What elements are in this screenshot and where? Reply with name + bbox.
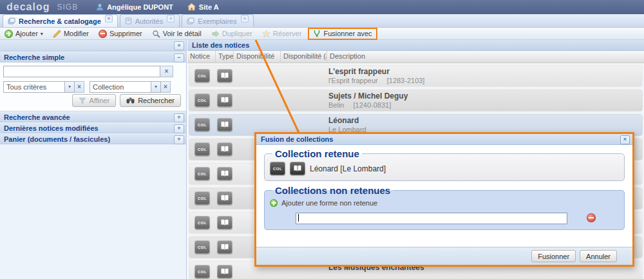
book-icon [217, 240, 232, 254]
refine-label: Affiner [90, 97, 110, 104]
search-label: Rechercher [138, 97, 175, 104]
non-retained-form-input[interactable] [296, 213, 567, 224]
cancel-button[interactable]: Annuler [580, 250, 617, 262]
collection-badge-icon: COL [194, 216, 210, 229]
dialog-body: Collection retenue COL Léonard [Le Lomba… [256, 145, 632, 247]
column-disponibilite[interactable]: Disponibilité [234, 51, 281, 63]
panel-panier[interactable]: Panier (documents / fascicules) [0, 133, 186, 144]
collapse-panel-icon[interactable] [174, 53, 184, 63]
list-title: Liste des notices [187, 40, 644, 51]
column-description[interactable]: Description [327, 51, 644, 63]
panel-title: Panier (documents / fascicules) [4, 135, 110, 143]
column-disponibilite-a[interactable]: Disponibilité (a... [281, 51, 327, 63]
user-name: Angélique DUPONT [107, 3, 173, 11]
clear-collection-icon[interactable] [161, 81, 171, 93]
collection-badge-icon: COL [194, 191, 210, 205]
catalog-icon [8, 17, 15, 24]
collection-badge-icon: COL [194, 93, 210, 107]
book-icon [217, 118, 232, 131]
book-icon [217, 142, 232, 156]
tab-recherche-catalogage[interactable]: Recherche & catalogage [3, 14, 118, 27]
collection-badge-icon: COL [270, 162, 285, 175]
collection-badge-icon: COL [194, 118, 210, 131]
copies-icon [187, 17, 194, 24]
merge-confirm-button[interactable]: Fusionner [531, 250, 576, 262]
list-column-header: Notice Type ... Disponibilité Disponibil… [187, 51, 644, 63]
collection-badge-icon: COL [194, 265, 210, 278]
view-detail-button[interactable]: Voir le détail [150, 29, 204, 39]
binoculars-icon [126, 97, 135, 104]
panel-title: Recherche simple [4, 53, 64, 61]
search-button[interactable]: Rechercher [120, 94, 181, 107]
magnifier-icon [152, 30, 160, 38]
column-notice[interactable]: Notice [187, 51, 216, 63]
delete-button[interactable]: Supprimer [97, 29, 144, 39]
tab-exemplaires[interactable]: Exemplaires [182, 14, 254, 27]
home-icon [187, 3, 196, 11]
merge-icon [313, 30, 321, 37]
clear-criteria-icon[interactable] [75, 81, 84, 93]
not-retained-legend: Collections non retenues [272, 185, 393, 196]
current-site[interactable]: Site A [187, 3, 219, 11]
add-form-link[interactable]: Ajouter une forme non retenue [270, 199, 619, 207]
collection-badge-icon: COL [194, 142, 210, 156]
star-icon [262, 30, 270, 38]
tab-close-icon[interactable] [105, 15, 113, 23]
minus-circle-icon [99, 30, 107, 38]
tab-close-icon[interactable] [241, 15, 249, 23]
dropdown-caret-icon [41, 31, 43, 37]
tab-autorites[interactable]: Autorités [120, 14, 180, 27]
duplicate-arrow-icon [211, 30, 220, 38]
panel-title: Recherche avancée [4, 113, 70, 121]
dialog-title: Fusion de collections [261, 135, 333, 143]
modify-button[interactable]: Modifier [51, 29, 91, 39]
collection-select[interactable]: Collection [90, 81, 171, 93]
book-icon [217, 93, 232, 107]
collection-badge-icon: COL [194, 167, 210, 180]
app-product-name: SIGB [57, 3, 78, 12]
tab-bar: Recherche & catalogage Autorités Exempla… [0, 14, 644, 28]
expand-panel-icon[interactable] [174, 124, 184, 133]
search-input[interactable] [3, 66, 160, 77]
collection-badge-icon: COL [194, 240, 210, 254]
fusion-collections-dialog: Fusion de collections Collection retenue… [254, 132, 634, 267]
tab-close-icon[interactable] [167, 15, 175, 23]
reserve-button: Réserver [260, 29, 304, 39]
panel-recherche-simple[interactable]: Recherche simple [0, 52, 186, 63]
reserve-label: Réserver [273, 30, 302, 37]
panel-dernieres-notices[interactable]: Dernières notices modifiées [0, 122, 186, 133]
duplicate-label: Dupliquer [222, 30, 252, 37]
notice-subtitle: Belin [328, 101, 344, 109]
merge-with-button[interactable]: Fusionner avec [308, 28, 377, 40]
funnel-icon [79, 97, 86, 104]
delete-label: Supprimer [109, 30, 142, 37]
list-item[interactable]: COL Sujets / Michel Deguy Belin[1240-083… [189, 90, 643, 111]
list-item[interactable]: COL L'esprit frappeur l'Esprit frappeur[… [189, 65, 643, 87]
current-user[interactable]: Angélique DUPONT [96, 3, 173, 11]
remove-form-icon[interactable] [587, 213, 596, 222]
dialog-close-icon[interactable] [620, 135, 630, 144]
add-form-label: Ajouter une forme non retenue [281, 199, 377, 207]
plus-circle-icon [270, 199, 278, 207]
expand-panel-icon[interactable] [174, 135, 184, 144]
collection-value: Collection [90, 81, 151, 93]
recherche-simple-body: Tous critères Collection Affiner Recherc… [0, 63, 186, 111]
tab-label: Autorités [135, 17, 163, 25]
retained-item-label: Léonard [Le Lombard] [310, 164, 386, 173]
app-header: decalog SIGB Angélique DUPONT Site A [0, 0, 644, 14]
user-icon [96, 3, 104, 11]
column-type[interactable]: Type ... [216, 51, 234, 63]
collapse-sidebar-icon[interactable] [174, 41, 184, 50]
refine-button: Affiner [72, 94, 117, 107]
criteria-select[interactable]: Tous critères [3, 81, 84, 93]
expand-panel-icon[interactable] [174, 113, 184, 122]
add-button[interactable]: Ajouter [3, 29, 45, 39]
panel-recherche-avancee[interactable]: Recherche avancée [0, 111, 186, 122]
duplicate-button: Dupliquer [209, 29, 254, 39]
dialog-titlebar[interactable]: Fusion de collections [256, 134, 632, 145]
sidebar-header [0, 40, 186, 52]
chevron-down-icon[interactable] [151, 81, 161, 93]
chevron-down-icon[interactable] [65, 81, 75, 93]
clear-search-icon[interactable] [160, 66, 173, 77]
pencil-icon [53, 30, 61, 38]
